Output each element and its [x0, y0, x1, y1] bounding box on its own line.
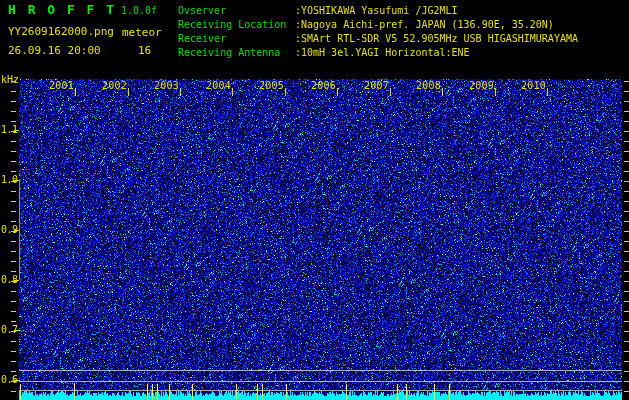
- output-filename: YY2609162000.png: [8, 26, 114, 38]
- observer-value: :YOSHIKAWA Yasufumi /JG2MLI: [295, 5, 458, 16]
- time-tick-label: 2006: [306, 80, 336, 91]
- time-tick-label: 2009: [464, 80, 494, 91]
- antenna-label: Receiving Antenna: [178, 47, 295, 58]
- freq-tick-label: 1.1: [1, 124, 17, 135]
- app-title: H R O F F T: [8, 3, 116, 17]
- freq-tick-label: 0.8: [1, 274, 17, 285]
- spectrogram-canvas: [0, 0, 629, 400]
- antenna-row: Receiving Antenna :10mH 3el.YAGI Horizon…: [178, 45, 578, 59]
- echo-count: 16: [138, 45, 151, 57]
- app-version: 1.0.0f: [121, 5, 157, 16]
- time-tick-label: 2003: [149, 80, 179, 91]
- freq-tick-label: 0.9: [1, 224, 17, 235]
- datetime-label: 26.09.16 20:00: [8, 45, 101, 57]
- location-row: Receiving Location :Nagoya Aichi-pref. J…: [178, 17, 578, 31]
- receiver-row: Receiver :SMArt RTL-SDR V5 52.905MHz USB…: [178, 31, 578, 45]
- freq-axis-unit: kHz: [1, 74, 19, 85]
- location-value: :Nagoya Aichi-pref. JAPAN (136.90E, 35.2…: [295, 19, 554, 30]
- freq-tick-label: 0.7: [1, 324, 17, 335]
- time-tick-label: 2005: [254, 80, 284, 91]
- antenna-value: :10mH 3el.YAGI Horizontal:ENE: [295, 47, 470, 58]
- time-tick-label: 2007: [359, 80, 389, 91]
- observer-info-block: Ovserver :YOSHIKAWA Yasufumi /JG2MLI Rec…: [178, 3, 578, 59]
- freq-tick-label: 1.0: [1, 174, 17, 185]
- mode-label: meteor: [122, 27, 162, 39]
- time-tick-label: 2002: [97, 80, 127, 91]
- time-tick-label: 2004: [201, 80, 231, 91]
- hrofft-window: H R O F F T 1.0.0f YY2609162000.png mete…: [0, 0, 629, 400]
- location-label: Receiving Location: [178, 19, 295, 30]
- time-tick-label: 2001: [44, 80, 74, 91]
- observer-label: Ovserver: [178, 5, 295, 16]
- freq-tick-label: 0.6: [1, 374, 17, 385]
- time-tick-label: 2008: [411, 80, 441, 91]
- receiver-label: Receiver: [178, 33, 295, 44]
- observer-row: Ovserver :YOSHIKAWA Yasufumi /JG2MLI: [178, 3, 578, 17]
- time-tick-label: 2010: [516, 80, 546, 91]
- receiver-value: :SMArt RTL-SDR V5 52.905MHz USB HIGASHIM…: [295, 33, 578, 44]
